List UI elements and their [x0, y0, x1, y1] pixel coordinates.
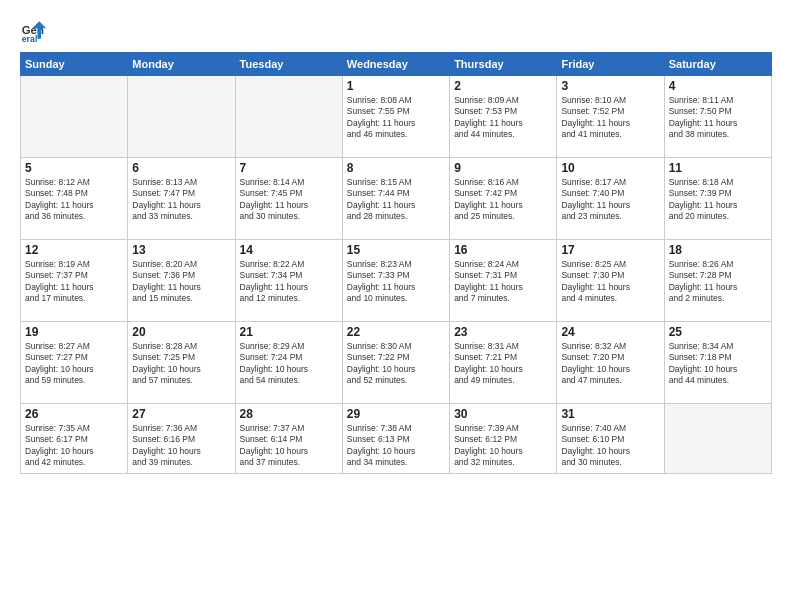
calendar-cell-5-1: 26Sunrise: 7:35 AM Sunset: 6:17 PM Dayli…: [21, 404, 128, 474]
calendar-cell-4-3: 21Sunrise: 8:29 AM Sunset: 7:24 PM Dayli…: [235, 322, 342, 404]
calendar-cell-2-7: 11Sunrise: 8:18 AM Sunset: 7:39 PM Dayli…: [664, 158, 771, 240]
day-info: Sunrise: 8:23 AM Sunset: 7:33 PM Dayligh…: [347, 259, 445, 305]
calendar-cell-3-5: 16Sunrise: 8:24 AM Sunset: 7:31 PM Dayli…: [450, 240, 557, 322]
calendar-cell-2-3: 7Sunrise: 8:14 AM Sunset: 7:45 PM Daylig…: [235, 158, 342, 240]
calendar-cell-4-7: 25Sunrise: 8:34 AM Sunset: 7:18 PM Dayli…: [664, 322, 771, 404]
day-info: Sunrise: 8:12 AM Sunset: 7:48 PM Dayligh…: [25, 177, 123, 223]
calendar-cell-5-5: 30Sunrise: 7:39 AM Sunset: 6:12 PM Dayli…: [450, 404, 557, 474]
day-info: Sunrise: 8:09 AM Sunset: 7:53 PM Dayligh…: [454, 95, 552, 141]
calendar-cell-5-3: 28Sunrise: 7:37 AM Sunset: 6:14 PM Dayli…: [235, 404, 342, 474]
day-info: Sunrise: 8:28 AM Sunset: 7:25 PM Dayligh…: [132, 341, 230, 387]
day-number: 6: [132, 161, 230, 175]
day-number: 2: [454, 79, 552, 93]
day-info: Sunrise: 8:34 AM Sunset: 7:18 PM Dayligh…: [669, 341, 767, 387]
calendar-cell-3-2: 13Sunrise: 8:20 AM Sunset: 7:36 PM Dayli…: [128, 240, 235, 322]
day-number: 1: [347, 79, 445, 93]
calendar-week-row-1: 1Sunrise: 8:08 AM Sunset: 7:55 PM Daylig…: [21, 76, 772, 158]
day-info: Sunrise: 8:08 AM Sunset: 7:55 PM Dayligh…: [347, 95, 445, 141]
day-number: 12: [25, 243, 123, 257]
day-number: 11: [669, 161, 767, 175]
day-info: Sunrise: 7:36 AM Sunset: 6:16 PM Dayligh…: [132, 423, 230, 469]
day-number: 13: [132, 243, 230, 257]
weekday-header-tuesday: Tuesday: [235, 53, 342, 76]
calendar-cell-4-5: 23Sunrise: 8:31 AM Sunset: 7:21 PM Dayli…: [450, 322, 557, 404]
day-info: Sunrise: 8:24 AM Sunset: 7:31 PM Dayligh…: [454, 259, 552, 305]
calendar-cell-3-4: 15Sunrise: 8:23 AM Sunset: 7:33 PM Dayli…: [342, 240, 449, 322]
day-info: Sunrise: 8:11 AM Sunset: 7:50 PM Dayligh…: [669, 95, 767, 141]
calendar-cell-3-3: 14Sunrise: 8:22 AM Sunset: 7:34 PM Dayli…: [235, 240, 342, 322]
day-info: Sunrise: 8:10 AM Sunset: 7:52 PM Dayligh…: [561, 95, 659, 141]
day-number: 23: [454, 325, 552, 339]
calendar-cell-4-4: 22Sunrise: 8:30 AM Sunset: 7:22 PM Dayli…: [342, 322, 449, 404]
svg-text:eral: eral: [22, 34, 38, 44]
calendar-cell-2-4: 8Sunrise: 8:15 AM Sunset: 7:44 PM Daylig…: [342, 158, 449, 240]
day-number: 19: [25, 325, 123, 339]
calendar-week-row-4: 19Sunrise: 8:27 AM Sunset: 7:27 PM Dayli…: [21, 322, 772, 404]
calendar-week-row-3: 12Sunrise: 8:19 AM Sunset: 7:37 PM Dayli…: [21, 240, 772, 322]
calendar-cell-4-6: 24Sunrise: 8:32 AM Sunset: 7:20 PM Dayli…: [557, 322, 664, 404]
day-number: 27: [132, 407, 230, 421]
calendar-cell-5-2: 27Sunrise: 7:36 AM Sunset: 6:16 PM Dayli…: [128, 404, 235, 474]
calendar-cell-1-5: 2Sunrise: 8:09 AM Sunset: 7:53 PM Daylig…: [450, 76, 557, 158]
calendar-table: SundayMondayTuesdayWednesdayThursdayFrid…: [20, 52, 772, 474]
day-number: 10: [561, 161, 659, 175]
day-number: 31: [561, 407, 659, 421]
day-number: 3: [561, 79, 659, 93]
day-number: 4: [669, 79, 767, 93]
weekday-header-thursday: Thursday: [450, 53, 557, 76]
day-number: 14: [240, 243, 338, 257]
day-number: 24: [561, 325, 659, 339]
day-info: Sunrise: 8:13 AM Sunset: 7:47 PM Dayligh…: [132, 177, 230, 223]
calendar-week-row-5: 26Sunrise: 7:35 AM Sunset: 6:17 PM Dayli…: [21, 404, 772, 474]
calendar-cell-2-1: 5Sunrise: 8:12 AM Sunset: 7:48 PM Daylig…: [21, 158, 128, 240]
day-info: Sunrise: 8:22 AM Sunset: 7:34 PM Dayligh…: [240, 259, 338, 305]
day-info: Sunrise: 8:15 AM Sunset: 7:44 PM Dayligh…: [347, 177, 445, 223]
day-number: 17: [561, 243, 659, 257]
day-number: 5: [25, 161, 123, 175]
day-info: Sunrise: 8:30 AM Sunset: 7:22 PM Dayligh…: [347, 341, 445, 387]
calendar-cell-5-4: 29Sunrise: 7:38 AM Sunset: 6:13 PM Dayli…: [342, 404, 449, 474]
day-info: Sunrise: 8:25 AM Sunset: 7:30 PM Dayligh…: [561, 259, 659, 305]
calendar-cell-1-2: [128, 76, 235, 158]
logo-icon: Gen eral: [20, 16, 48, 44]
day-info: Sunrise: 8:27 AM Sunset: 7:27 PM Dayligh…: [25, 341, 123, 387]
weekday-header-friday: Friday: [557, 53, 664, 76]
day-number: 26: [25, 407, 123, 421]
day-info: Sunrise: 8:16 AM Sunset: 7:42 PM Dayligh…: [454, 177, 552, 223]
calendar-cell-4-2: 20Sunrise: 8:28 AM Sunset: 7:25 PM Dayli…: [128, 322, 235, 404]
calendar-cell-1-4: 1Sunrise: 8:08 AM Sunset: 7:55 PM Daylig…: [342, 76, 449, 158]
weekday-header-saturday: Saturday: [664, 53, 771, 76]
calendar-cell-2-6: 10Sunrise: 8:17 AM Sunset: 7:40 PM Dayli…: [557, 158, 664, 240]
day-number: 28: [240, 407, 338, 421]
calendar-cell-1-6: 3Sunrise: 8:10 AM Sunset: 7:52 PM Daylig…: [557, 76, 664, 158]
day-info: Sunrise: 8:19 AM Sunset: 7:37 PM Dayligh…: [25, 259, 123, 305]
calendar-cell-3-1: 12Sunrise: 8:19 AM Sunset: 7:37 PM Dayli…: [21, 240, 128, 322]
calendar-cell-5-7: [664, 404, 771, 474]
day-number: 7: [240, 161, 338, 175]
calendar-cell-3-6: 17Sunrise: 8:25 AM Sunset: 7:30 PM Dayli…: [557, 240, 664, 322]
weekday-header-sunday: Sunday: [21, 53, 128, 76]
logo: Gen eral: [20, 16, 52, 44]
day-number: 30: [454, 407, 552, 421]
day-info: Sunrise: 8:17 AM Sunset: 7:40 PM Dayligh…: [561, 177, 659, 223]
day-number: 16: [454, 243, 552, 257]
day-number: 22: [347, 325, 445, 339]
weekday-header-monday: Monday: [128, 53, 235, 76]
day-number: 8: [347, 161, 445, 175]
calendar-cell-5-6: 31Sunrise: 7:40 AM Sunset: 6:10 PM Dayli…: [557, 404, 664, 474]
calendar-week-row-2: 5Sunrise: 8:12 AM Sunset: 7:48 PM Daylig…: [21, 158, 772, 240]
day-info: Sunrise: 7:38 AM Sunset: 6:13 PM Dayligh…: [347, 423, 445, 469]
day-info: Sunrise: 8:26 AM Sunset: 7:28 PM Dayligh…: [669, 259, 767, 305]
weekday-header-wednesday: Wednesday: [342, 53, 449, 76]
day-info: Sunrise: 7:37 AM Sunset: 6:14 PM Dayligh…: [240, 423, 338, 469]
day-number: 18: [669, 243, 767, 257]
calendar-page: Gen eral SundayMondayTuesdayWednesdayThu…: [0, 0, 792, 612]
weekday-header-row: SundayMondayTuesdayWednesdayThursdayFrid…: [21, 53, 772, 76]
calendar-cell-4-1: 19Sunrise: 8:27 AM Sunset: 7:27 PM Dayli…: [21, 322, 128, 404]
day-number: 20: [132, 325, 230, 339]
day-number: 29: [347, 407, 445, 421]
day-number: 25: [669, 325, 767, 339]
day-info: Sunrise: 7:35 AM Sunset: 6:17 PM Dayligh…: [25, 423, 123, 469]
day-info: Sunrise: 8:18 AM Sunset: 7:39 PM Dayligh…: [669, 177, 767, 223]
calendar-cell-2-2: 6Sunrise: 8:13 AM Sunset: 7:47 PM Daylig…: [128, 158, 235, 240]
